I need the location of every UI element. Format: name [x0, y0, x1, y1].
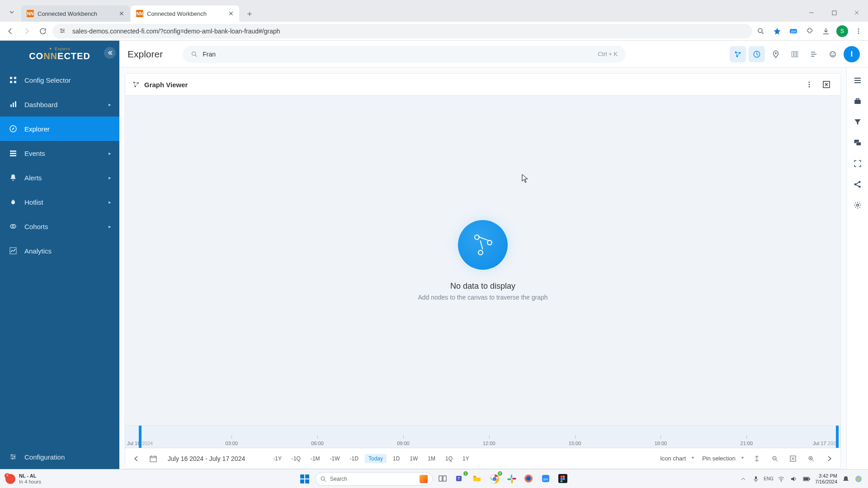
taskbar-app-taskview[interactable]	[436, 472, 450, 486]
downloads-icon[interactable]	[820, 25, 832, 37]
taskbar-app-zoom[interactable]: zm	[539, 472, 553, 486]
svg-point-94	[563, 478, 565, 480]
search-input[interactable]	[203, 51, 598, 58]
close-icon[interactable]: ✕	[228, 10, 234, 17]
table-view-button[interactable]	[787, 46, 803, 62]
range-btn-1q-back[interactable]: -1Q	[288, 454, 304, 463]
range-btn-today[interactable]: Today	[365, 454, 387, 463]
rail-chat-icon[interactable]	[849, 135, 866, 151]
ai-insights-button[interactable]	[825, 46, 841, 62]
bookmark-star-icon[interactable]	[771, 25, 783, 37]
panel-fullscreen-icon[interactable]	[820, 78, 833, 91]
sidebar-item-hotlist[interactable]: Hotlist ▸	[0, 190, 119, 214]
graph-canvas[interactable]: No data to display Add nodes to the canv…	[125, 96, 841, 426]
svg-rect-69	[300, 474, 304, 479]
range-btn-1q-fwd[interactable]: 1Q	[442, 454, 456, 463]
tray-notifications-icon[interactable]	[842, 475, 850, 483]
timeline-view-button[interactable]	[749, 46, 765, 62]
taskbar-app-explorer[interactable]	[471, 472, 484, 486]
forward-button[interactable]	[20, 24, 33, 38]
site-settings-icon[interactable]	[59, 27, 67, 35]
svg-point-95	[561, 480, 563, 482]
range-btn-1m-back[interactable]: -1M	[307, 454, 324, 463]
right-rail	[846, 68, 868, 469]
profile-avatar[interactable]: S	[836, 25, 848, 37]
zoom-icon[interactable]	[755, 25, 767, 37]
tray-chevron-icon[interactable]	[739, 475, 747, 483]
sidebar-item-analytics[interactable]: Analytics	[0, 239, 119, 263]
user-avatar[interactable]: I	[844, 46, 860, 62]
panel-menu-icon[interactable]	[802, 78, 816, 91]
taskbar-weather-widget[interactable]: 3 NL - AL In 4 hours	[5, 473, 41, 484]
chrome-menu-icon[interactable]	[853, 25, 864, 37]
rail-share-icon[interactable]	[849, 176, 866, 192]
range-btn-1d-back[interactable]: -1D	[346, 454, 362, 463]
tray-volume-icon[interactable]	[790, 475, 798, 483]
sidebar-item-events[interactable]: Events ▸	[0, 141, 119, 165]
taskbar-app-slack[interactable]	[505, 472, 519, 486]
taskbar-app-figma[interactable]	[557, 472, 570, 486]
fit-vertical-icon[interactable]	[752, 454, 762, 464]
new-tab-button[interactable]: ＋	[243, 7, 256, 20]
mouse-cursor	[522, 174, 528, 183]
taskbar-search[interactable]: Search	[315, 472, 433, 486]
sidebar-item-alerts[interactable]: Alerts ▸	[0, 165, 119, 190]
tray-battery-icon[interactable]	[802, 475, 811, 483]
search-input-wrapper[interactable]: Ctrl + K	[183, 46, 626, 63]
taskbar-app-teams[interactable]: T1	[453, 472, 467, 486]
calendar-icon[interactable]	[148, 453, 159, 464]
close-icon[interactable]: ✕	[119, 10, 124, 17]
url-input[interactable]: sales-demos.connected-fi.com/?config=dem…	[52, 24, 752, 38]
range-btn-1y-fwd[interactable]: 1Y	[459, 454, 473, 463]
browser-tab-active[interactable]: NN Connected Workbench ✕	[131, 5, 239, 22]
list-view-button[interactable]	[806, 46, 822, 62]
timeline-prev-button[interactable]	[131, 453, 142, 464]
rail-briefcase-icon[interactable]	[849, 93, 866, 109]
svg-point-28	[12, 458, 14, 460]
timeline-next-button[interactable]	[824, 453, 835, 464]
tray-clock[interactable]: 3:42 PM 7/16/2024	[815, 473, 837, 484]
rail-frame-icon[interactable]	[849, 155, 866, 172]
tray-language-icon[interactable]: ENG	[764, 475, 773, 483]
search-shortcut-hint: Ctrl + K	[598, 51, 618, 57]
timeline-track[interactable]: Jul 16 2024 03:00 06:00 09:00 12:00 15:0…	[125, 426, 841, 448]
tray-mic-icon[interactable]	[752, 475, 760, 483]
range-btn-1m-fwd[interactable]: 1M	[424, 454, 439, 463]
reload-button[interactable]	[36, 24, 50, 38]
range-btn-1w-fwd[interactable]: 1W	[406, 454, 421, 463]
extension-zoom-icon[interactable]: zm	[788, 25, 799, 37]
svg-point-40	[831, 53, 832, 54]
extensions-icon[interactable]	[804, 25, 816, 37]
tray-wifi-icon[interactable]	[777, 475, 785, 483]
tab-search-dropdown-icon[interactable]	[5, 5, 19, 19]
map-view-button[interactable]	[768, 46, 784, 62]
chart-type-dropdown[interactable]: Icon chart	[660, 455, 694, 462]
browser-tab[interactable]: NN Connected Workbench ✕	[21, 5, 130, 22]
taskbar-app-firefox[interactable]	[522, 472, 536, 486]
rail-menu-icon[interactable]	[849, 72, 866, 89]
back-button[interactable]	[4, 24, 17, 38]
close-window-button[interactable]	[845, 4, 868, 22]
maximize-button[interactable]	[823, 4, 845, 22]
sidebar-item-config-selector[interactable]: Config Selector	[0, 68, 119, 92]
sidebar-collapse-button[interactable]	[104, 47, 116, 59]
tray-copilot-icon[interactable]	[854, 475, 863, 483]
range-btn-1d-fwd[interactable]: 1D	[389, 454, 403, 463]
range-btn-1w-back[interactable]: -1W	[326, 454, 344, 463]
start-button[interactable]	[298, 472, 311, 486]
fit-icon[interactable]	[788, 454, 798, 464]
rail-filter-icon[interactable]	[849, 114, 866, 130]
sidebar-item-dashboard[interactable]: Dashboard ▸	[0, 92, 119, 117]
zoom-in-icon[interactable]	[806, 454, 816, 464]
svg-rect-20	[10, 150, 16, 152]
minimize-button[interactable]	[800, 4, 823, 22]
sidebar-item-explorer[interactable]: Explorer	[0, 117, 119, 141]
sidebar-item-cohorts[interactable]: Cohorts ▸	[0, 214, 119, 239]
sidebar-item-configuration[interactable]: Configuration	[0, 445, 119, 469]
zoom-out-icon[interactable]	[770, 454, 780, 464]
pin-selection-dropdown[interactable]: Pin selection	[702, 455, 744, 462]
range-btn-1y-back[interactable]: -1Y	[269, 454, 285, 463]
graph-view-button[interactable]	[730, 46, 746, 62]
taskbar-app-chrome[interactable]: 8	[488, 472, 501, 486]
rail-settings-icon[interactable]	[849, 197, 866, 213]
